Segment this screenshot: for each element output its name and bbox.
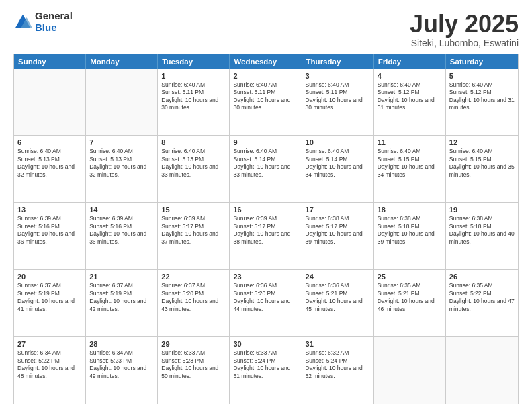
- day-number: 27: [17, 340, 82, 348]
- header: General Blue July 2025 Siteki, Lubombo, …: [13, 11, 519, 48]
- calendar-cell: 11Sunrise: 6:40 AM Sunset: 5:15 PM Dayli…: [374, 136, 446, 202]
- day-info: Sunrise: 6:36 AM Sunset: 5:21 PM Dayligh…: [306, 282, 370, 313]
- day-info: Sunrise: 6:40 AM Sunset: 5:14 PM Dayligh…: [306, 148, 370, 179]
- day-info: Sunrise: 6:40 AM Sunset: 5:12 PM Dayligh…: [378, 81, 442, 112]
- calendar-cell: 28Sunrise: 6:34 AM Sunset: 5:23 PM Dayli…: [86, 337, 158, 404]
- calendar-row-3: 13Sunrise: 6:39 AM Sunset: 5:16 PM Dayli…: [14, 202, 518, 269]
- logo-blue: Blue: [35, 22, 73, 34]
- day-number: 23: [233, 273, 298, 281]
- header-day-wednesday: Wednesday: [230, 54, 302, 69]
- day-info: Sunrise: 6:39 AM Sunset: 5:17 PM Dayligh…: [161, 215, 226, 246]
- day-info: Sunrise: 6:32 AM Sunset: 5:24 PM Dayligh…: [306, 349, 370, 380]
- calendar-row-2: 6Sunrise: 6:40 AM Sunset: 5:13 PM Daylig…: [14, 135, 518, 202]
- header-day-monday: Monday: [86, 54, 158, 69]
- day-info: Sunrise: 6:39 AM Sunset: 5:16 PM Dayligh…: [17, 215, 82, 246]
- day-number: 31: [306, 340, 370, 348]
- title-location: Siteki, Lubombo, Eswatini: [410, 38, 519, 48]
- day-info: Sunrise: 6:38 AM Sunset: 5:18 PM Dayligh…: [449, 215, 515, 246]
- logo-icon: [13, 13, 32, 32]
- day-number: 12: [449, 138, 515, 146]
- day-number: 10: [306, 138, 370, 146]
- day-number: 11: [378, 138, 442, 146]
- day-info: Sunrise: 6:34 AM Sunset: 5:23 PM Dayligh…: [89, 349, 154, 380]
- day-number: 21: [89, 273, 154, 281]
- calendar-cell: 16Sunrise: 6:39 AM Sunset: 5:17 PM Dayli…: [230, 203, 302, 269]
- day-info: Sunrise: 6:40 AM Sunset: 5:13 PM Dayligh…: [161, 148, 226, 179]
- calendar-body: 1Sunrise: 6:40 AM Sunset: 5:11 PM Daylig…: [14, 69, 518, 404]
- day-number: 9: [233, 138, 298, 146]
- day-number: 7: [89, 138, 154, 146]
- day-info: Sunrise: 6:39 AM Sunset: 5:16 PM Dayligh…: [89, 215, 154, 246]
- page: General Blue July 2025 Siteki, Lubombo, …: [0, 0, 532, 411]
- header-day-thursday: Thursday: [302, 54, 374, 69]
- day-info: Sunrise: 6:38 AM Sunset: 5:17 PM Dayligh…: [306, 215, 370, 246]
- logo-text: General Blue: [35, 11, 73, 33]
- day-number: 15: [161, 205, 226, 214]
- day-number: 20: [17, 273, 82, 281]
- day-info: Sunrise: 6:40 AM Sunset: 5:15 PM Dayligh…: [378, 148, 442, 179]
- calendar-cell: 25Sunrise: 6:35 AM Sunset: 5:21 PM Dayli…: [374, 270, 446, 336]
- day-number: 29: [161, 340, 226, 348]
- day-info: Sunrise: 6:40 AM Sunset: 5:13 PM Dayligh…: [17, 148, 82, 179]
- calendar-cell: [374, 337, 446, 404]
- day-number: 30: [233, 340, 298, 348]
- day-info: Sunrise: 6:40 AM Sunset: 5:15 PM Dayligh…: [449, 148, 515, 179]
- day-info: Sunrise: 6:37 AM Sunset: 5:20 PM Dayligh…: [161, 282, 226, 313]
- header-day-sunday: Sunday: [14, 54, 86, 69]
- calendar-cell: 8Sunrise: 6:40 AM Sunset: 5:13 PM Daylig…: [158, 136, 230, 202]
- calendar-row-4: 20Sunrise: 6:37 AM Sunset: 5:19 PM Dayli…: [14, 269, 518, 336]
- calendar-cell: 5Sunrise: 6:40 AM Sunset: 5:12 PM Daylig…: [446, 69, 518, 136]
- day-info: Sunrise: 6:40 AM Sunset: 5:12 PM Dayligh…: [449, 81, 515, 112]
- calendar-cell: 9Sunrise: 6:40 AM Sunset: 5:14 PM Daylig…: [230, 136, 302, 202]
- calendar-cell: 7Sunrise: 6:40 AM Sunset: 5:13 PM Daylig…: [86, 136, 158, 202]
- calendar-cell: [86, 69, 158, 136]
- calendar-row-5: 27Sunrise: 6:34 AM Sunset: 5:22 PM Dayli…: [14, 336, 518, 404]
- day-info: Sunrise: 6:35 AM Sunset: 5:21 PM Dayligh…: [378, 282, 442, 313]
- calendar-cell: 26Sunrise: 6:35 AM Sunset: 5:22 PM Dayli…: [446, 270, 518, 336]
- day-info: Sunrise: 6:36 AM Sunset: 5:20 PM Dayligh…: [233, 282, 298, 313]
- day-info: Sunrise: 6:40 AM Sunset: 5:14 PM Dayligh…: [233, 148, 298, 179]
- calendar-cell: 14Sunrise: 6:39 AM Sunset: 5:16 PM Dayli…: [86, 203, 158, 269]
- day-number: 19: [449, 205, 515, 214]
- day-info: Sunrise: 6:37 AM Sunset: 5:19 PM Dayligh…: [17, 282, 82, 313]
- calendar-cell: 23Sunrise: 6:36 AM Sunset: 5:20 PM Dayli…: [230, 270, 302, 336]
- calendar-cell: 31Sunrise: 6:32 AM Sunset: 5:24 PM Dayli…: [302, 337, 374, 404]
- day-info: Sunrise: 6:37 AM Sunset: 5:19 PM Dayligh…: [89, 282, 154, 313]
- calendar-cell: 27Sunrise: 6:34 AM Sunset: 5:22 PM Dayli…: [14, 337, 86, 404]
- calendar-cell: 17Sunrise: 6:38 AM Sunset: 5:17 PM Dayli…: [302, 203, 374, 269]
- day-number: 2: [233, 72, 298, 80]
- day-info: Sunrise: 6:40 AM Sunset: 5:13 PM Dayligh…: [89, 148, 154, 179]
- calendar-cell: 15Sunrise: 6:39 AM Sunset: 5:17 PM Dayli…: [158, 203, 230, 269]
- day-info: Sunrise: 6:39 AM Sunset: 5:17 PM Dayligh…: [233, 215, 298, 246]
- title-month: July 2025: [410, 11, 519, 38]
- day-info: Sunrise: 6:35 AM Sunset: 5:22 PM Dayligh…: [449, 282, 515, 313]
- calendar-cell: 22Sunrise: 6:37 AM Sunset: 5:20 PM Dayli…: [158, 270, 230, 336]
- calendar-cell: 21Sunrise: 6:37 AM Sunset: 5:19 PM Dayli…: [86, 270, 158, 336]
- day-number: 28: [89, 340, 154, 348]
- day-number: 5: [449, 72, 515, 80]
- calendar-cell: 10Sunrise: 6:40 AM Sunset: 5:14 PM Dayli…: [302, 136, 374, 202]
- calendar-cell: 3Sunrise: 6:40 AM Sunset: 5:11 PM Daylig…: [302, 69, 374, 136]
- header-day-friday: Friday: [374, 54, 446, 69]
- day-number: 3: [306, 72, 370, 80]
- day-number: 18: [378, 205, 442, 214]
- day-number: 22: [161, 273, 226, 281]
- calendar-cell: 29Sunrise: 6:33 AM Sunset: 5:23 PM Dayli…: [158, 337, 230, 404]
- day-number: 14: [89, 205, 154, 214]
- calendar-cell: 18Sunrise: 6:38 AM Sunset: 5:18 PM Dayli…: [374, 203, 446, 269]
- day-number: 16: [233, 205, 298, 214]
- day-number: 17: [306, 205, 370, 214]
- day-number: 4: [378, 72, 442, 80]
- calendar-cell: 2Sunrise: 6:40 AM Sunset: 5:11 PM Daylig…: [230, 69, 302, 136]
- calendar: SundayMondayTuesdayWednesdayThursdayFrid…: [13, 54, 519, 404]
- day-number: 26: [449, 273, 515, 281]
- calendar-cell: 4Sunrise: 6:40 AM Sunset: 5:12 PM Daylig…: [374, 69, 446, 136]
- header-day-tuesday: Tuesday: [158, 54, 230, 69]
- title-block: July 2025 Siteki, Lubombo, Eswatini: [410, 11, 519, 48]
- day-number: 8: [161, 138, 226, 146]
- calendar-cell: 13Sunrise: 6:39 AM Sunset: 5:16 PM Dayli…: [14, 203, 86, 269]
- day-info: Sunrise: 6:38 AM Sunset: 5:18 PM Dayligh…: [378, 215, 442, 246]
- logo-general: General: [35, 11, 73, 22]
- calendar-header: SundayMondayTuesdayWednesdayThursdayFrid…: [14, 54, 518, 69]
- calendar-cell: 12Sunrise: 6:40 AM Sunset: 5:15 PM Dayli…: [446, 136, 518, 202]
